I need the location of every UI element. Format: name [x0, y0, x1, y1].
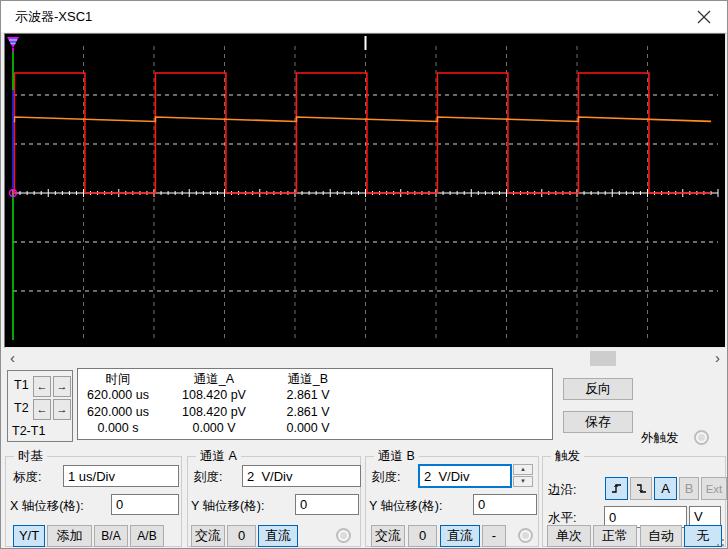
title-bar: 示波器-XSC1	[1, 1, 727, 32]
channel-b-scale-input[interactable]	[418, 464, 512, 488]
t2-time-value: 620.000 us	[78, 405, 158, 419]
horizontal-scrollbar[interactable]: ‹ ›	[2, 350, 728, 367]
yt-mode-button[interactable]: Y/T	[13, 525, 45, 547]
spinner-up-icon[interactable]: ▲	[513, 464, 533, 475]
channel-a-ac-button[interactable]: 交流	[191, 525, 225, 547]
trigger-edge-label: 边沿:	[548, 482, 576, 499]
spinner-down-icon[interactable]: ▼	[513, 476, 533, 487]
trigger-falling-edge-button[interactable]	[630, 477, 652, 500]
channel-a-ypos-label: Y 轴位移(格):	[191, 498, 264, 515]
readout-header-time: 时间	[78, 371, 158, 388]
t2-label: T2	[14, 401, 29, 415]
channel-b-ypos-label: Y 轴位移(格):	[369, 498, 442, 515]
t1-time-value: 620.000 us	[78, 388, 158, 402]
waveform-canvas	[5, 34, 725, 347]
t2-t1-label: T2-T1	[12, 424, 45, 438]
t1-channel-a-value: 108.420 pV	[164, 388, 264, 402]
channel-a-scale-label: 刻度:	[194, 469, 222, 486]
readout-header-channel-b: 通道_B	[258, 371, 358, 388]
readout-header-channel-a: 通道_A	[164, 371, 264, 388]
t2-left-button[interactable]: ←	[33, 399, 51, 420]
channel-a-connector-icon	[336, 528, 351, 543]
channel-b-title: 通道 B	[374, 448, 419, 465]
scope-display	[4, 33, 726, 348]
add-mode-button[interactable]: 添加	[47, 525, 92, 547]
timebase-scale-input[interactable]	[63, 465, 179, 487]
trigger-title: 触发	[551, 448, 584, 465]
channel-a-title: 通道 A	[196, 448, 241, 465]
oscilloscope-window: 示波器-XSC1 ‹ › T1 ← → T2 ← → T2-T1 时间 通道_A…	[0, 0, 728, 549]
timebase-group: 时基 标度: X 轴位移(格): Y/T 添加 B/A A/B	[5, 456, 182, 547]
delta-channel-b-value: 0.000 V	[258, 421, 358, 435]
channel-b-zero-button[interactable]: 0	[408, 525, 437, 547]
delta-time-value: 0.000 s	[78, 421, 158, 435]
channel-a-zero-button[interactable]: 0	[227, 525, 256, 547]
timebase-xpos-input[interactable]	[111, 494, 179, 515]
delta-channel-a-value: 0.000 V	[164, 421, 264, 435]
measurement-readout: 时间 通道_A 通道_B 620.000 us 108.420 pV 2.861…	[77, 368, 553, 440]
falling-edge-icon	[635, 482, 648, 495]
t1-left-button[interactable]: ←	[33, 376, 51, 397]
scroll-left-icon[interactable]: ‹	[4, 350, 21, 367]
channel-b-dc-button[interactable]: 直流	[440, 525, 480, 547]
ab-mode-button[interactable]: A/B	[130, 525, 164, 547]
channel-b-group: 通道 B 刻度: ▲ ▼ Y 轴位移(格): 交流 0 直流 -	[365, 456, 539, 547]
t2-right-button[interactable]: →	[53, 399, 71, 420]
channel-b-ypos-input[interactable]	[473, 494, 537, 515]
close-button[interactable]	[687, 1, 721, 32]
t2-channel-a-value: 108.420 pV	[164, 405, 264, 419]
trigger-source-ext-button[interactable]: Ext	[701, 477, 727, 500]
t1-label: T1	[14, 378, 29, 392]
ba-mode-button[interactable]: B/A	[94, 525, 128, 547]
close-icon	[697, 10, 711, 24]
rising-edge-icon	[610, 482, 623, 495]
trigger-rising-edge-button[interactable]	[605, 477, 628, 500]
t2-channel-b-value: 2.861 V	[258, 405, 358, 419]
timebase-title: 时基	[14, 448, 47, 465]
scroll-right-icon[interactable]: ›	[709, 350, 726, 367]
trigger-source-b-button[interactable]: B	[679, 477, 699, 500]
timebase-xpos-label: X 轴位移(格):	[10, 498, 84, 515]
channel-b-minus-button[interactable]: -	[482, 525, 506, 547]
t1-channel-b-value: 2.861 V	[258, 388, 358, 402]
channel-b-connector-icon	[518, 528, 533, 543]
channel-a-group: 通道 A 刻度: Y 轴位移(格): 交流 0 直流	[187, 456, 361, 547]
save-button[interactable]: 保存	[563, 411, 633, 433]
trigger-single-button[interactable]: 单次	[547, 525, 591, 547]
channel-a-ypos-input[interactable]	[295, 494, 359, 515]
channel-a-dc-button[interactable]: 直流	[258, 525, 298, 547]
channel-b-ac-button[interactable]: 交流	[371, 525, 405, 547]
t1-right-button[interactable]: →	[53, 376, 71, 397]
reverse-button[interactable]: 反向	[563, 378, 633, 400]
trigger-auto-button[interactable]: 自动	[640, 525, 682, 547]
resize-grip[interactable]	[714, 536, 724, 546]
ext-trigger-connector-icon	[694, 430, 709, 445]
trigger-normal-button[interactable]: 正常	[593, 525, 637, 547]
cursor-control-box: T1 ← → T2 ← → T2-T1	[7, 370, 73, 442]
trigger-group: 触发 边沿: A B Ext 水平: V 单次 正常 自动 无	[542, 456, 726, 547]
channel-a-scale-input[interactable]	[242, 465, 361, 487]
window-title: 示波器-XSC1	[15, 1, 92, 32]
ext-trigger-label: 外触发	[641, 430, 679, 447]
channel-b-scale-label: 刻度:	[372, 469, 400, 486]
timebase-scale-label: 标度:	[13, 469, 41, 486]
trigger-source-a-button[interactable]: A	[654, 477, 677, 500]
scrollbar-thumb[interactable]	[590, 351, 616, 366]
